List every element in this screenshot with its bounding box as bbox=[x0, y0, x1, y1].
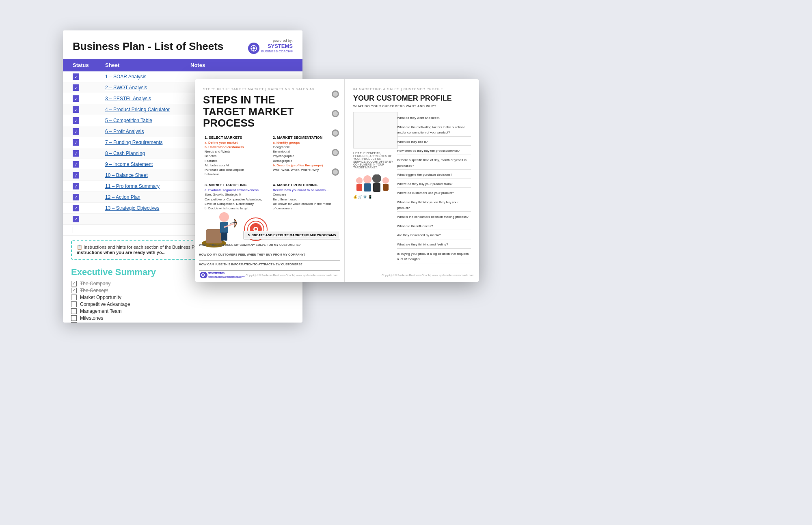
svg-point-2 bbox=[251, 48, 252, 49]
sheet-link-2[interactable]: 2 – SWOT Analysis bbox=[105, 85, 190, 90]
exec-check-competitive[interactable] bbox=[71, 301, 77, 307]
q10: What is the consumers decision making pr… bbox=[397, 214, 471, 221]
svg-point-19 bbox=[255, 228, 257, 230]
right-footer-copy: Copyright © Systems Business Coach | www… bbox=[382, 274, 474, 277]
svg-point-1 bbox=[253, 47, 255, 49]
customer-profile-sub: WHAT DO YOUR CUSTOMERS WANT AND WHY? bbox=[353, 104, 471, 108]
checkbox-15[interactable] bbox=[73, 227, 79, 233]
profile-form-column: LIST THE BENEFITS, FEATURES, ATTRIBUTES … bbox=[353, 112, 394, 266]
exec-check-milestones[interactable] bbox=[71, 315, 77, 321]
exec-check-concept[interactable]: ✓ bbox=[71, 288, 77, 293]
exec-label-competitive: Competitive Advantage bbox=[80, 301, 130, 307]
exec-item-competitive: Competitive Advantage bbox=[71, 301, 294, 307]
steps-grid: 1. SELECT MARKETS a. Define your market … bbox=[203, 134, 336, 212]
sheet-link-9[interactable]: 9 – Income Statement bbox=[105, 161, 190, 167]
step4-block: 4. MARKET POSITIONING Decide how you wan… bbox=[271, 181, 336, 212]
svg-point-24 bbox=[363, 175, 371, 183]
exec-check-mgmt[interactable] bbox=[71, 308, 77, 314]
exec-label-financials: Financials bbox=[80, 322, 102, 323]
svg-point-5 bbox=[253, 50, 254, 52]
svg-rect-27 bbox=[373, 183, 380, 192]
exec-label-mgmt: Management Team bbox=[80, 308, 122, 314]
exec-check-market[interactable] bbox=[71, 295, 77, 300]
q13: What are they thinking and feeling? bbox=[397, 242, 471, 249]
sheet-link-8[interactable]: 8 – Cash Planning bbox=[105, 151, 190, 156]
step5-box: 5. CREATE AND EXECUTE MARKETING MIX PROG… bbox=[244, 231, 340, 239]
exec-label-market: Market Opportunity bbox=[80, 295, 121, 300]
q12: Are they influenced by media? bbox=[397, 232, 471, 239]
checkbox-4[interactable] bbox=[73, 106, 79, 113]
checkbox-6[interactable] bbox=[73, 128, 79, 135]
right-footer-logo: SYSTEMSORGANISED & PROFITABLE ™ bbox=[200, 271, 244, 279]
step1-number: 1. SELECT MARKETS bbox=[205, 136, 266, 140]
book-left-page: STEPS IN THE TARGET MARKET | MARKETING &… bbox=[195, 79, 345, 282]
right-footer-icon bbox=[200, 272, 206, 278]
checkbox-13[interactable] bbox=[73, 205, 79, 211]
checkbox-3[interactable] bbox=[73, 95, 79, 102]
checkbox-12[interactable] bbox=[73, 194, 79, 200]
sheet-link-3[interactable]: 3 – PESTEL Analysis bbox=[105, 96, 190, 101]
logo-brand-sub: BUSINESS COACH® bbox=[261, 49, 293, 53]
svg-rect-7 bbox=[206, 229, 222, 243]
sheet-link-6[interactable]: 6 – Profit Analysis bbox=[105, 129, 190, 134]
svg-point-8 bbox=[219, 212, 229, 222]
book-left-nav: STEPS IN THE TARGET MARKET | MARKETING &… bbox=[203, 87, 336, 91]
binding-ring-5 bbox=[332, 149, 339, 156]
sheet-link-1[interactable]: 1 – SOAR Analysis bbox=[105, 74, 190, 80]
systems-logo-icon bbox=[248, 43, 259, 54]
q11: What are the influences? bbox=[397, 224, 471, 230]
checkbox-10[interactable] bbox=[73, 172, 79, 179]
sheet-link-11[interactable]: 11 – Pro forma Summary bbox=[105, 183, 190, 189]
step2-items: a. Identify groups GeographicBehavioural… bbox=[273, 140, 335, 172]
exec-label-company: The Company bbox=[80, 281, 110, 286]
q1: What do they want and need? bbox=[397, 115, 471, 122]
book-binding bbox=[331, 79, 339, 282]
checkbox-1[interactable] bbox=[73, 73, 79, 80]
sheet-link-12[interactable]: 12 – Action Plan bbox=[105, 194, 190, 200]
sheet-link-7[interactable]: 7 – Funding Requirements bbox=[105, 140, 190, 145]
profile-questions-column: What do they want and need? What are the… bbox=[397, 112, 471, 266]
exec-item-mgmt: Management Team bbox=[71, 308, 294, 314]
right-footer-brand: SYSTEMSORGANISED & PROFITABLE ™ bbox=[208, 271, 244, 279]
exec-label-concept: The Concept bbox=[80, 288, 108, 293]
svg-point-22 bbox=[356, 177, 363, 184]
sheet-link-5[interactable]: 5 – Competition Table bbox=[105, 118, 190, 123]
svg-point-28 bbox=[382, 177, 389, 184]
step4-items: Decide how you want to be known... Compa… bbox=[273, 188, 335, 211]
checkbox-8[interactable] bbox=[73, 150, 79, 157]
svg-point-4 bbox=[253, 45, 254, 47]
exec-check-financials[interactable] bbox=[71, 322, 77, 323]
checkbox-7[interactable] bbox=[73, 139, 79, 146]
logo-text-block: SYSTEMS BUSINESS COACH® bbox=[261, 43, 293, 53]
questions-list: What do they want and need? What are the… bbox=[397, 115, 471, 263]
left-questions: WHAT PROBLEM DOES MY COMPANY SOLVE FOR M… bbox=[199, 243, 340, 271]
svg-rect-29 bbox=[383, 184, 389, 191]
exec-item-market: Market Opportunity bbox=[71, 295, 294, 300]
exec-check-company[interactable]: ✓ bbox=[71, 281, 77, 286]
checkbox-5[interactable] bbox=[73, 117, 79, 124]
book-right-nav: 04 MARKETING & SALES | CUSTOMER PROFILE bbox=[353, 87, 471, 91]
exec-item-financials: Financials bbox=[71, 322, 294, 323]
svg-rect-14 bbox=[224, 232, 227, 241]
exec-item-milestones: Milestones bbox=[71, 315, 294, 321]
q2: What are the motivating factors in the p… bbox=[397, 125, 471, 137]
sheet-link-13[interactable]: 13 – Strategic Objectives bbox=[105, 205, 190, 211]
svg-point-26 bbox=[372, 174, 381, 183]
checkbox-11[interactable] bbox=[73, 183, 79, 189]
step1-block: 1. SELECT MARKETS a. Define your market … bbox=[203, 134, 268, 179]
svg-text:💰 🛒 ⚙️ 📱: 💰 🛒 ⚙️ 📱 bbox=[353, 195, 372, 199]
binding-ring-4 bbox=[332, 129, 339, 137]
checkbox-9[interactable] bbox=[73, 161, 79, 168]
sheet-link-10[interactable]: 10 – Balance Sheet bbox=[105, 172, 190, 178]
profile-content: LIST THE BENEFITS, FEATURES, ATTRIBUTES … bbox=[353, 112, 471, 266]
sheet-link-4[interactable]: 4 – Product Pricing Calculator bbox=[105, 107, 190, 112]
checkbox-2[interactable] bbox=[73, 84, 79, 91]
header-sheet: Sheet bbox=[105, 62, 190, 68]
binding-ring-2 bbox=[332, 90, 339, 98]
q14: Is buying your product a big decision th… bbox=[397, 251, 471, 263]
q3: When do they use it? bbox=[397, 139, 471, 146]
exec-item-concept: ✓ The Concept bbox=[71, 288, 294, 293]
checkbox-14[interactable] bbox=[73, 216, 79, 222]
step2-block: 2. MARKET SEGMENTATION a. Identify group… bbox=[271, 134, 336, 179]
exec-label-milestones: Milestones bbox=[80, 315, 103, 321]
